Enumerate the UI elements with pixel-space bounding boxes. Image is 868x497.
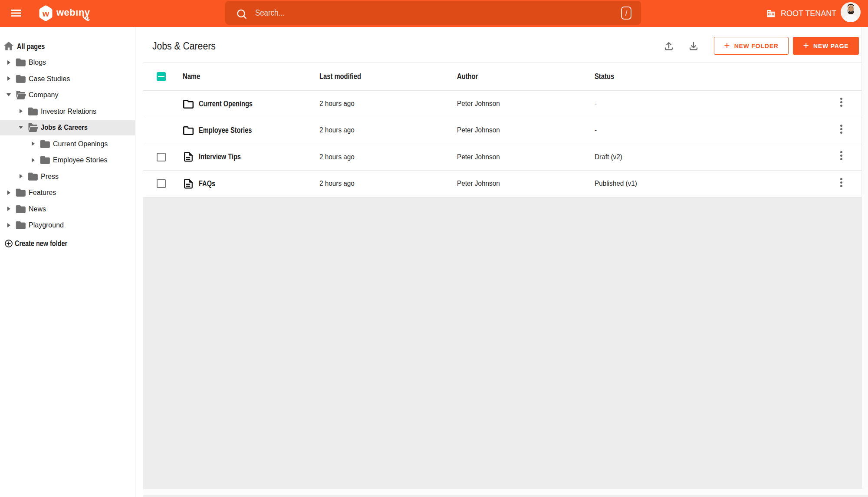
svg-text:w: w xyxy=(42,9,49,18)
